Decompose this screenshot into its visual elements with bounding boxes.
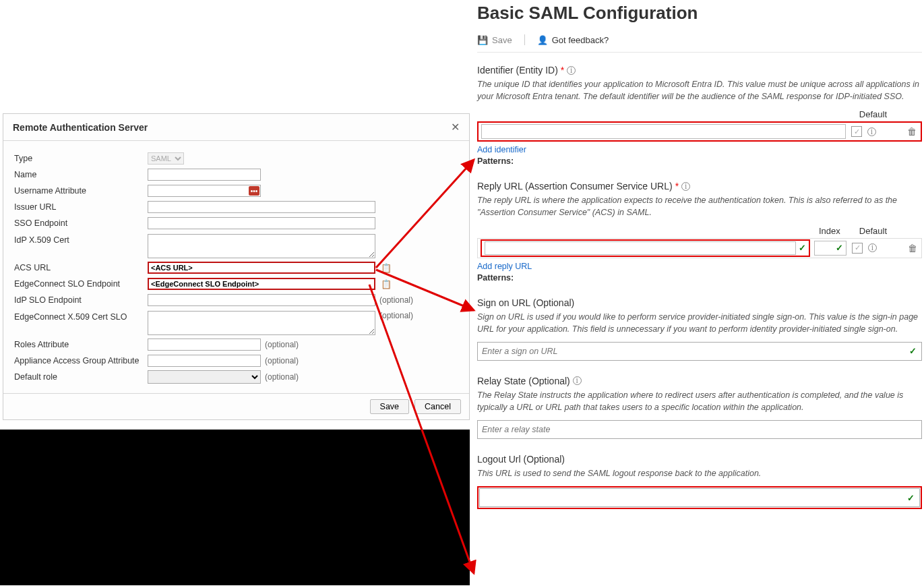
section-desc: The unique ID that identifies your appli… [477,78,922,102]
name-label: Name [14,170,148,179]
feedback-button[interactable]: 👤 Got feedback? [537,35,609,45]
required-marker: * [561,65,564,76]
check-icon: ✓ [909,346,917,356]
default-role-select[interactable] [148,370,261,384]
acs-url-label: ACS URL [14,263,148,272]
issuer-url-label: Issuer URL [14,202,148,212]
index-input[interactable]: ✓ [814,241,846,256]
close-icon[interactable]: ✕ [451,121,460,134]
logout-url-input[interactable] [479,488,920,507]
black-area [0,430,470,585]
ec-slo-input [148,278,375,290]
page-title: Basic SAML Configuration [477,3,922,24]
add-identifier-link[interactable]: Add identifier [477,145,526,154]
section-desc: This URL is used to send the SAML logout… [477,467,922,479]
add-reply-url-link[interactable]: Add reply URL [477,262,532,271]
relay-section: Relay State (Optional) i The Relay State… [477,376,922,439]
copy-icon[interactable]: 📋 [381,279,392,289]
delete-icon[interactable]: 🗑 [907,126,917,137]
logout-url-highlighted: ✓ [477,486,922,509]
aag-input[interactable] [148,355,261,367]
divider [524,34,525,45]
idp-cert-textarea[interactable] [148,234,375,258]
optional-text: (optional) [379,311,413,320]
section-desc: The reply URL is where the application e… [477,194,922,218]
name-input[interactable] [148,169,261,181]
feedback-icon: 👤 [537,35,548,45]
section-title: Identifier (Entity ID) * i [477,65,922,76]
type-label: Type [14,154,148,163]
toolbar: 💾 Save 👤 Got feedback? [477,34,922,53]
aag-label: Appliance Access Group Attribute [14,356,148,365]
username-attr-input[interactable] [148,185,261,197]
signon-url-input[interactable] [477,342,922,361]
delete-icon[interactable]: 🗑 [908,243,917,254]
save-icon: 💾 [477,35,488,45]
ec-cert-slo-label: EdgeConnect X.509 Cert SLO [14,311,148,322]
section-title: Sign on URL (Optional) [477,297,922,308]
reply-url-input[interactable] [485,241,796,255]
save-button: 💾 Save [477,35,512,45]
signon-section: Sign on URL (Optional) Sign on URL is us… [477,297,922,361]
check-icon: ✓ [907,493,915,503]
idp-cert-label: IdP X.509 Cert [14,234,148,245]
sso-endpoint-input[interactable] [148,217,375,229]
section-desc: Sign on URL is used if you would like to… [477,311,922,335]
columns-header: Index Default [477,226,922,236]
idp-slo-input[interactable] [148,294,375,306]
columns-header: Default [477,109,922,119]
type-select: SAML [148,152,184,165]
issuer-url-input[interactable] [148,201,375,213]
section-title: Logout Url (Optional) [477,454,922,465]
copy-icon[interactable]: 📋 [381,263,392,273]
patterns-label: Patterns: [477,273,922,283]
roles-attr-input[interactable] [148,339,261,351]
optional-text: (optional) [265,372,299,382]
sso-endpoint-label: SSO Endpoint [14,218,148,228]
default-toggle[interactable]: ✓ [852,243,863,254]
dialog-footer: Save Cancel [3,393,469,419]
optional-text: (optional) [265,356,299,365]
reply-url-section: Reply URL (Assertion Consumer Service UR… [477,181,922,282]
remote-auth-dialog: Remote Authentication Server ✕ Type SAML… [3,113,470,420]
roles-attr-label: Roles Attribute [14,340,148,349]
dialog-title: Remote Authentication Server [13,122,148,133]
idp-slo-label: IdP SLO Endpoint [14,295,148,305]
cancel-button[interactable]: Cancel [414,399,461,414]
optional-text: (optional) [265,340,299,349]
ec-cert-slo-textarea[interactable] [148,311,375,335]
info-icon[interactable]: i [573,376,582,385]
check-icon: ✓ [836,243,843,253]
ellipsis-icon[interactable]: ••• [249,186,259,196]
info-icon[interactable]: i [867,127,876,136]
check-icon: ✓ [799,243,806,253]
ec-slo-label: EdgeConnect SLO Endpoint [14,279,148,289]
username-attr-label: Username Attribute [14,186,148,196]
saml-config-panel: Basic SAML Configuration 💾 Save 👤 Got fe… [477,0,922,517]
info-icon[interactable]: i [868,243,877,252]
logout-section: Logout Url (Optional) This URL is used t… [477,454,922,509]
reply-url-highlighted: ✓ [481,239,810,257]
optional-text: (optional) [379,295,413,305]
identifier-row-highlighted: ✓ i 🗑 [477,121,922,142]
dialog-body: Type SAML Name Username Attribute ••• Is… [3,141,469,393]
default-role-label: Default role [14,372,148,382]
required-marker: * [675,181,679,192]
identifier-section: Identifier (Entity ID) * i The unique ID… [477,65,922,166]
dialog-header: Remote Authentication Server ✕ [3,114,469,141]
default-toggle[interactable]: ✓ [851,126,862,137]
section-title: Reply URL (Assertion Consumer Service UR… [477,181,922,192]
info-icon[interactable]: i [567,66,576,75]
acs-url-input [148,262,375,274]
section-title: Relay State (Optional) i [477,376,922,386]
info-icon[interactable]: i [681,182,690,191]
identifier-input[interactable] [481,124,846,139]
reply-url-row: ✓ ✓ ✓ i 🗑 [477,238,922,258]
patterns-label: Patterns: [477,156,922,166]
relay-state-input[interactable] [477,420,922,439]
section-desc: The Relay State instructs the applicatio… [477,389,922,413]
save-button[interactable]: Save [370,399,410,414]
